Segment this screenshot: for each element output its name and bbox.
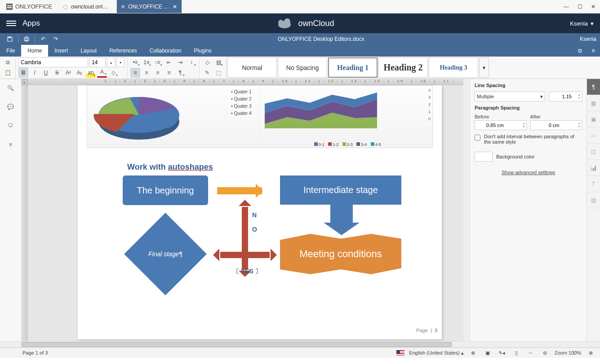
shape-intermediate[interactable]: Intermediate stage (280, 175, 401, 205)
menu-insert[interactable]: Insert (48, 45, 74, 57)
zoom-out-button[interactable]: ⊖ (540, 349, 550, 357)
copy-style-button[interactable]: ✎ (202, 68, 212, 78)
dec-indent-button[interactable]: ⇤ (164, 57, 174, 67)
arrow-down-blue[interactable] (330, 205, 353, 223)
zoom-in-button[interactable]: ⊕ (586, 349, 596, 357)
scrollbar-thumb[interactable] (22, 342, 452, 347)
navigation-icon[interactable]: ≡ (4, 139, 18, 150)
align-left-button[interactable]: ≡ (130, 68, 140, 78)
menu-file[interactable]: File (0, 45, 21, 57)
input-field[interactable] (551, 94, 572, 99)
change-case-button[interactable]: ◇▾ (108, 68, 118, 78)
shape-meeting[interactable]: Meeting conditions (280, 234, 401, 274)
after-input[interactable]: ▴▾ (530, 120, 582, 130)
advanced-settings-link[interactable]: Show advanced settings (475, 170, 582, 175)
fit-width-icon[interactable]: ↔ (526, 349, 536, 357)
arrow-cross-horizontal[interactable] (220, 252, 270, 258)
style-heading-1[interactable]: Heading 1 (328, 57, 378, 78)
horizontal-scrollbar[interactable] (22, 342, 470, 347)
select-all-button[interactable]: ⬚ (213, 68, 223, 78)
textart-tab-icon[interactable]: T (587, 176, 600, 192)
multilevel-button[interactable]: ⁝≡▾ (153, 57, 163, 67)
menu-home[interactable]: Home (21, 45, 48, 57)
style-normal[interactable]: Normal (227, 57, 277, 78)
align-right-button[interactable]: ≡ (153, 68, 163, 78)
dont-add-interval-row[interactable]: Don't add interval between paragraphs of… (475, 134, 582, 145)
spin-up[interactable]: ▴ (523, 122, 524, 125)
shape-tab-icon[interactable]: ◫ (587, 144, 600, 160)
spin-down[interactable]: ▾ (578, 96, 580, 100)
style-heading-3[interactable]: Heading 3 (429, 57, 478, 78)
language-selector[interactable]: English (United States) ▴ (409, 350, 464, 356)
styles-expand-button[interactable]: ▾ (479, 57, 489, 78)
open-location-icon[interactable]: ⧉ (573, 45, 587, 57)
page-info[interactable]: Page 1 of 3 (22, 350, 48, 355)
spin-up[interactable]: ▴ (578, 122, 580, 125)
header-tab-icon[interactable]: ▭ (587, 127, 600, 144)
dont-add-checkbox[interactable] (475, 135, 480, 140)
spin-down[interactable]: ▾ (578, 125, 580, 128)
chart-tab-icon[interactable]: 📊 (587, 160, 600, 176)
horizontal-ruler[interactable]: · 1 · | · 2 · | · 3 · | · 4 · | · 5 · | … (28, 79, 463, 85)
vertical-ruler[interactable] (22, 85, 28, 341)
track-changes-icon[interactable]: ▣ (483, 349, 493, 357)
mailmerge-tab-icon[interactable]: ▤ (587, 192, 600, 208)
before-input[interactable]: ▴▾ (475, 120, 527, 130)
close-tab-icon[interactable]: ✕ (173, 4, 177, 10)
spin-up[interactable]: ▴ (578, 93, 580, 96)
highlight-button[interactable]: ab▾ (86, 68, 96, 78)
comments-icon[interactable]: 💬 (4, 101, 18, 112)
spin-down[interactable]: ▾ (523, 125, 524, 128)
track-changes-toggle[interactable]: ✎◂ (497, 349, 507, 357)
arrow-cross-vertical[interactable] (242, 207, 248, 270)
minimize-button[interactable]: — (560, 0, 573, 13)
paste-icon[interactable]: 📋 (3, 68, 13, 78)
apps-label[interactable]: Apps (22, 19, 40, 28)
font-name-input[interactable] (18, 57, 88, 67)
line-spacing-value-input[interactable]: ▴▾ (549, 92, 582, 101)
font-size-input[interactable] (89, 57, 106, 67)
menu-plugins[interactable]: Plugins (188, 45, 218, 57)
font-size-up[interactable]: ▴ (107, 57, 115, 67)
hamburger-icon[interactable] (6, 21, 16, 26)
numbering-button[interactable]: 1≡▾ (142, 57, 151, 67)
input-field[interactable] (533, 123, 560, 128)
menu-references[interactable]: References (103, 45, 143, 57)
bullets-button[interactable]: •≡▾ (130, 57, 140, 67)
bold-button[interactable]: B (18, 68, 28, 78)
nonprinting-button[interactable]: ¶▾ (175, 68, 185, 78)
shading-button[interactable]: ▧▾ (213, 57, 223, 67)
shape-final[interactable]: Final stage¶ (124, 213, 207, 295)
italic-button[interactable]: I (30, 68, 40, 78)
clear-style-button[interactable]: ◇ (202, 57, 212, 67)
input-field[interactable] (477, 123, 504, 128)
print-icon[interactable] (20, 33, 33, 45)
zoom-label[interactable]: Zoom 100% (555, 350, 581, 355)
spellcheck-icon[interactable]: ⊕ (468, 349, 478, 357)
underline-button[interactable]: U (41, 68, 51, 78)
bg-color-swatch[interactable] (475, 152, 493, 162)
maximize-button[interactable]: ☐ (573, 0, 587, 13)
view-settings-icon[interactable]: ≡ (587, 45, 600, 57)
shape-beginning[interactable]: The beginning (123, 175, 208, 205)
inc-indent-button[interactable]: ⇥ (175, 57, 185, 67)
superscript-button[interactable]: A² (63, 68, 73, 78)
document-page[interactable]: • Quater 1 • Quater 2 • Quater 3 • Quate… (78, 85, 442, 339)
menu-collaboration[interactable]: Collaboration (143, 45, 188, 57)
menu-layout[interactable]: Layout (74, 45, 103, 57)
search-icon[interactable]: 🔍 (4, 83, 18, 93)
ruler-corner[interactable]: L (22, 79, 28, 85)
fit-page-icon[interactable]: ▯ (511, 349, 521, 357)
paragraph-tab-icon[interactable]: ¶ (587, 79, 600, 95)
document-area[interactable]: L · 1 · | · 2 · | · 3 · | · 4 · | · 5 · … (22, 79, 470, 341)
table-tab-icon[interactable]: ▦ (587, 95, 600, 111)
undo-icon[interactable]: ↶ (37, 33, 49, 45)
style-heading-2[interactable]: Heading 2 (378, 57, 428, 78)
font-size-down[interactable]: ▾ (116, 57, 124, 67)
chat-icon[interactable]: 🗨 (4, 120, 18, 131)
titlebar-tab-document[interactable]: ≡ ONLYOFFICE … ✕ (117, 0, 182, 13)
close-button[interactable]: ✕ (587, 0, 600, 13)
style-no-spacing[interactable]: No Spacing (278, 57, 327, 78)
line-spacing-mode-select[interactable]: Multiple ▾ (475, 92, 545, 101)
align-center-button[interactable]: ≡ (142, 68, 151, 78)
